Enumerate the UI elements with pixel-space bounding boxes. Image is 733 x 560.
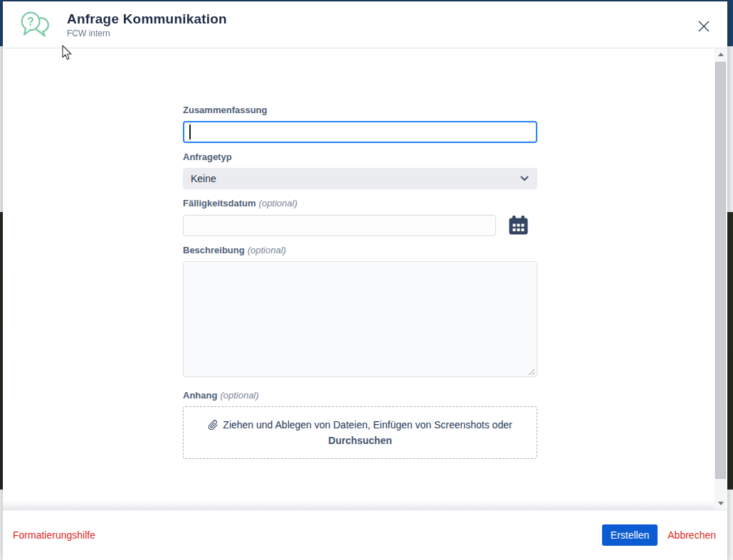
calendar-button[interactable] xyxy=(507,214,529,236)
request-dialog: ? Anfrage Kommunikation FCW intern Zusam… xyxy=(3,1,727,560)
summary-field: Zusammenfassung xyxy=(183,105,537,143)
summary-label: Zusammenfassung xyxy=(183,105,537,115)
dialog-body: Zusammenfassung Anfragetyp Keine Fälligk xyxy=(3,48,727,509)
request-type-field: Anfragetyp Keine xyxy=(183,152,537,189)
formatting-help-link[interactable]: Formatierungshilfe xyxy=(13,529,95,541)
request-type-label: Anfragetyp xyxy=(183,152,537,162)
due-date-field: Fälligkeitsdatum(optional) xyxy=(183,198,537,236)
optional-hint: (optional) xyxy=(248,245,286,255)
help-bubbles-icon: ? xyxy=(20,9,51,41)
description-field: Beschreibung(optional) xyxy=(183,245,537,380)
browse-link[interactable]: Durchsuchen xyxy=(328,435,391,446)
dialog-subtitle: FCW intern xyxy=(67,28,227,38)
scroll-shadow xyxy=(3,501,714,509)
close-button[interactable] xyxy=(696,19,712,34)
svg-text:?: ? xyxy=(27,15,34,27)
attachment-label: Anhang(optional) xyxy=(183,390,537,401)
scrollbar-up-button[interactable] xyxy=(714,48,727,60)
optional-hint: (optional) xyxy=(259,198,297,208)
create-button[interactable]: Erstellen xyxy=(602,524,658,546)
close-icon xyxy=(697,20,710,33)
scrollbar-thumb[interactable] xyxy=(715,62,726,479)
optional-hint: (optional) xyxy=(220,390,258,401)
summary-input[interactable] xyxy=(183,121,537,143)
dialog-header: ? Anfrage Kommunikation FCW intern xyxy=(3,1,727,48)
attachment-dropzone[interactable]: Ziehen und Ablegen von Dateien, Einfügen… xyxy=(183,406,537,459)
calendar-icon xyxy=(507,214,529,236)
due-date-label: Fälligkeitsdatum(optional) xyxy=(183,198,537,208)
cancel-link[interactable]: Abbrechen xyxy=(668,529,716,541)
request-type-select[interactable]: Keine xyxy=(183,168,537,189)
attachment-field: Anhang(optional) Ziehen und Ablegen von … xyxy=(183,390,537,459)
dialog-footer: Formatierungshilfe Erstellen Abbrechen xyxy=(3,509,727,560)
dropzone-text: Ziehen und Ablegen von Dateien, Einfügen… xyxy=(208,419,512,430)
dialog-title: Anfrage Kommunikation xyxy=(67,11,227,27)
request-form: Zusammenfassung Anfragetyp Keine Fälligk xyxy=(183,105,537,459)
vertical-scrollbar[interactable] xyxy=(714,48,727,509)
description-textarea[interactable] xyxy=(183,261,537,377)
arrow-up-icon xyxy=(718,53,724,56)
text-caret xyxy=(189,125,191,139)
arrow-down-icon xyxy=(718,502,724,505)
chevron-down-icon xyxy=(520,176,529,181)
scrollbar-down-button[interactable] xyxy=(714,497,727,509)
due-date-input[interactable] xyxy=(183,215,496,236)
paperclip-icon xyxy=(208,420,218,430)
request-type-selected-value: Keine xyxy=(191,173,216,184)
description-label: Beschreibung(optional) xyxy=(183,245,537,255)
footer-actions: Erstellen Abbrechen xyxy=(602,524,716,546)
dialog-title-block: Anfrage Kommunikation FCW intern xyxy=(67,11,227,38)
